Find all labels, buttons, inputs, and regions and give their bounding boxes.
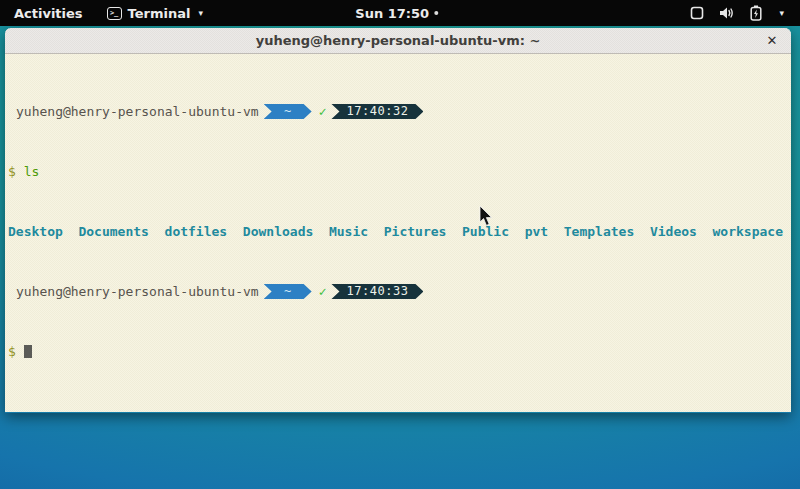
battery-charging-icon — [750, 5, 762, 21]
system-tray-button[interactable]: ▾ — [674, 0, 800, 26]
dir-Templates: Templates — [564, 224, 634, 239]
terminal-cursor — [24, 345, 32, 358]
prompt-user: yuheng@henry-personal-ubuntu-vm — [16, 104, 259, 119]
checkmark-icon: ✓ — [319, 284, 327, 299]
terminal-icon: >_ — [107, 7, 122, 20]
window-title: yuheng@henry-personal-ubuntu-vm: ~ — [256, 33, 541, 48]
app-menu-label: Terminal — [128, 6, 191, 21]
clock-button[interactable]: Sun 17:50 — [355, 0, 438, 26]
chevron-down-icon: ▾ — [198, 8, 203, 18]
top-bar: Activities >_ Terminal ▾ Sun 17:50 ▾ — [0, 0, 800, 26]
command-line: $ ls — [8, 164, 788, 179]
activities-button[interactable]: Activities — [0, 0, 97, 26]
dir-Public: Public — [462, 224, 509, 239]
activities-label: Activities — [14, 6, 83, 21]
dir-Music: Music — [329, 224, 368, 239]
desktop: { "topbar": { "activities_label": "Activ… — [0, 0, 800, 489]
volume-icon — [719, 6, 735, 20]
file-list: Desktop Documents dotfiles Downloads Mus… — [8, 224, 783, 239]
prompt-user: yuheng@henry-personal-ubuntu-vm — [16, 284, 259, 299]
dir-workspace: workspace — [713, 224, 783, 239]
terminal-window: yuheng@henry-personal-ubuntu-vm: ~ ✕ yuh… — [5, 28, 791, 413]
screen-icon — [690, 6, 704, 20]
prompt-line-2: yuheng@henry-personal-ubuntu-vm ~ ✓ 17:4… — [8, 284, 788, 299]
dollar-sign: $ — [8, 344, 16, 359]
ls-output-line: Desktop Documents dotfiles Downloads Mus… — [8, 224, 788, 239]
powerline-path-segment: ~ — [264, 284, 312, 299]
powerline-time-segment: 17:40:33 — [331, 284, 423, 299]
checkmark-icon: ✓ — [319, 104, 327, 119]
dir-Downloads: Downloads — [243, 224, 313, 239]
notification-dot-icon — [434, 11, 438, 15]
prompt-line-1: yuheng@henry-personal-ubuntu-vm ~ ✓ 17:4… — [8, 104, 788, 119]
terminal-content[interactable]: yuheng@henry-personal-ubuntu-vm ~ ✓ 17:4… — [5, 54, 791, 412]
clock-label: Sun 17:50 — [355, 6, 429, 21]
window-titlebar[interactable]: yuheng@henry-personal-ubuntu-vm: ~ ✕ — [5, 28, 791, 54]
cursor-line: $ — [8, 344, 788, 359]
dir-dotfiles: dotfiles — [165, 224, 228, 239]
dir-Pictures: Pictures — [384, 224, 447, 239]
app-menu-terminal[interactable]: >_ Terminal ▾ — [97, 0, 213, 26]
dir-Videos: Videos — [650, 224, 697, 239]
dir-pvt: pvt — [525, 224, 548, 239]
dir-Documents: Documents — [78, 224, 148, 239]
dollar-sign: $ — [8, 164, 16, 179]
command-text: ls — [24, 164, 40, 179]
dir-Desktop: Desktop — [8, 224, 63, 239]
powerline-time-segment: 17:40:32 — [331, 104, 423, 119]
chevron-down-icon: ▾ — [779, 8, 784, 18]
close-button[interactable]: ✕ — [763, 32, 781, 50]
powerline-path-segment: ~ — [264, 104, 312, 119]
